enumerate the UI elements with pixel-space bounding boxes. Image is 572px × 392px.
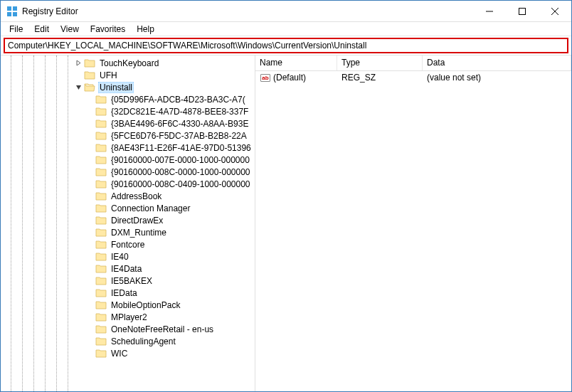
tree-item-label: Uninstall (98, 82, 134, 93)
expander-placeholder (85, 240, 95, 250)
tree-item-label: Fontcore (110, 240, 146, 250)
value-name-cell: ab(Default) (255, 72, 337, 83)
expander-placeholder (85, 155, 95, 165)
tree-item-label: WIC (110, 349, 129, 359)
menu-file[interactable]: File (4, 23, 28, 36)
tree-item[interactable]: DirectDrawEx (1, 214, 255, 226)
tree-item[interactable]: {90160000-008C-0409-1000-000000 (1, 178, 255, 190)
folder-icon (95, 179, 107, 189)
tree-item[interactable]: Fontcore (1, 238, 255, 250)
tree-item[interactable]: {90160000-007E-0000-1000-000000 (1, 154, 255, 166)
tree-item[interactable]: {05D996FA-ADCB-4D23-BA3C-A7( (1, 93, 255, 105)
expander-placeholder (85, 228, 95, 238)
content-area: TouchKeyboardUFHUninstall{05D996FA-ADCB-… (1, 55, 571, 391)
tree-item[interactable]: DXM_Runtime (1, 226, 255, 238)
tree-item-label: {05D996FA-ADCB-4D23-BA3C-A7( (110, 95, 247, 105)
address-path: Computer\HKEY_LOCAL_MACHINE\SOFTWARE\Mic… (8, 41, 366, 51)
tree-item[interactable]: MobileOptionPack (1, 299, 255, 311)
menu-favorites[interactable]: Favorites (85, 23, 131, 36)
tree-item[interactable]: IE4Data (1, 263, 255, 275)
expander-placeholder (85, 324, 95, 334)
expander-placeholder (85, 131, 95, 141)
expander-placeholder (85, 95, 95, 105)
chevron-down-icon[interactable] (73, 83, 83, 92)
tree-item[interactable]: {90160000-008C-0000-1000-000000 (1, 166, 255, 178)
expander-placeholder (85, 167, 95, 177)
tree-item[interactable]: Uninstall (1, 81, 255, 93)
tree-item[interactable]: Connection Manager (1, 202, 255, 214)
minimize-button[interactable] (473, 1, 506, 21)
folder-open-icon (84, 83, 95, 92)
menu-edit[interactable]: Edit (28, 23, 55, 36)
tree-item[interactable]: {32DC821E-4A7D-4878-BEE8-337F (1, 105, 255, 117)
svg-rect-3 (13, 12, 17, 16)
tree-item[interactable]: AddressBook (1, 190, 255, 202)
window-title: Registry Editor (22, 6, 473, 16)
expander-placeholder (85, 119, 95, 129)
folder-icon (84, 70, 95, 80)
svg-rect-5 (519, 8, 526, 14)
chevron-right-icon[interactable] (73, 58, 83, 68)
tree-item-label: MobileOptionPack (110, 300, 181, 310)
expander-placeholder (85, 312, 95, 322)
tree-item[interactable]: IE40 (1, 250, 255, 263)
expander-placeholder (85, 143, 95, 153)
maximize-button[interactable] (506, 1, 539, 21)
tree-item[interactable]: UFH (1, 69, 255, 81)
tree-item-label: {8AE43F11-E26F-41AE-97D0-51396 (110, 143, 253, 153)
tree-item[interactable]: WIC (1, 347, 255, 359)
values-panel[interactable]: Name Type Data ab(Default)REG_SZ(value n… (255, 55, 571, 391)
tree-panel[interactable]: TouchKeyboardUFHUninstall{05D996FA-ADCB-… (1, 55, 255, 391)
expander-placeholder (85, 216, 95, 226)
tree-item-label: {5FCE6D76-F5DC-37AB-B2B8-22A (110, 131, 248, 141)
folder-icon (95, 167, 107, 177)
folder-icon (95, 203, 107, 213)
tree-item[interactable]: IE5BAKEX (1, 275, 255, 287)
tree-item-label: SchedulingAgent (110, 337, 177, 346)
menubar: File Edit View Favorites Help (1, 22, 571, 36)
app-icon (6, 6, 18, 17)
tree-item-label: Connection Manager (110, 203, 191, 213)
tree-item-label: {3BAE4496-6F6C-4330-A8AA-B93E (110, 119, 250, 129)
folder-icon (95, 312, 107, 322)
expander-placeholder (85, 179, 95, 189)
menu-help[interactable]: Help (131, 23, 160, 36)
value-row[interactable]: ab(Default)REG_SZ(value not set) (255, 71, 571, 84)
tree-item[interactable]: {3BAE4496-6F6C-4330-A8AA-B93E (1, 117, 255, 129)
folder-icon (95, 349, 107, 359)
svg-rect-2 (7, 12, 11, 16)
expander-placeholder (85, 191, 95, 201)
tree-item-label: UFH (98, 70, 119, 80)
tree-item[interactable]: IEData (1, 287, 255, 299)
column-type[interactable]: Type (337, 55, 423, 70)
tree-item[interactable]: OneNoteFreeRetail - en-us (1, 323, 255, 335)
folder-icon (95, 216, 107, 226)
folder-icon (95, 107, 107, 117)
address-bar[interactable]: Computer\HKEY_LOCAL_MACHINE\SOFTWARE\Mic… (4, 38, 568, 53)
registry-editor-window: Registry Editor File Edit View Favorites… (0, 0, 572, 392)
tree: TouchKeyboardUFHUninstall{05D996FA-ADCB-… (1, 55, 255, 361)
tree-item[interactable]: {8AE43F11-E26F-41AE-97D0-51396 (1, 142, 255, 154)
folder-icon (95, 119, 107, 129)
tree-item-label: {32DC821E-4A7D-4878-BEE8-337F (110, 107, 250, 117)
tree-item-label: {90160000-007E-0000-1000-000000 (110, 155, 251, 165)
tree-item[interactable]: SchedulingAgent (1, 335, 255, 347)
tree-item-label: {90160000-008C-0409-1000-000000 (110, 179, 252, 189)
expander-placeholder (85, 349, 95, 359)
tree-item[interactable]: TouchKeyboard (1, 57, 255, 69)
window-controls (473, 1, 571, 21)
svg-rect-0 (7, 6, 11, 11)
tree-item[interactable]: {5FCE6D76-F5DC-37AB-B2B8-22A (1, 129, 255, 142)
values-header: Name Type Data (255, 55, 571, 71)
tree-item-label: IE40 (110, 252, 130, 262)
folder-icon (95, 324, 107, 334)
close-button[interactable] (539, 1, 571, 21)
folder-icon (95, 337, 107, 346)
expander-placeholder (85, 300, 95, 310)
folder-icon (95, 191, 107, 201)
column-name[interactable]: Name (255, 55, 337, 70)
menu-view[interactable]: View (55, 23, 85, 36)
column-data[interactable]: Data (423, 55, 571, 70)
tree-item[interactable]: MPlayer2 (1, 311, 255, 323)
folder-icon (95, 131, 107, 141)
